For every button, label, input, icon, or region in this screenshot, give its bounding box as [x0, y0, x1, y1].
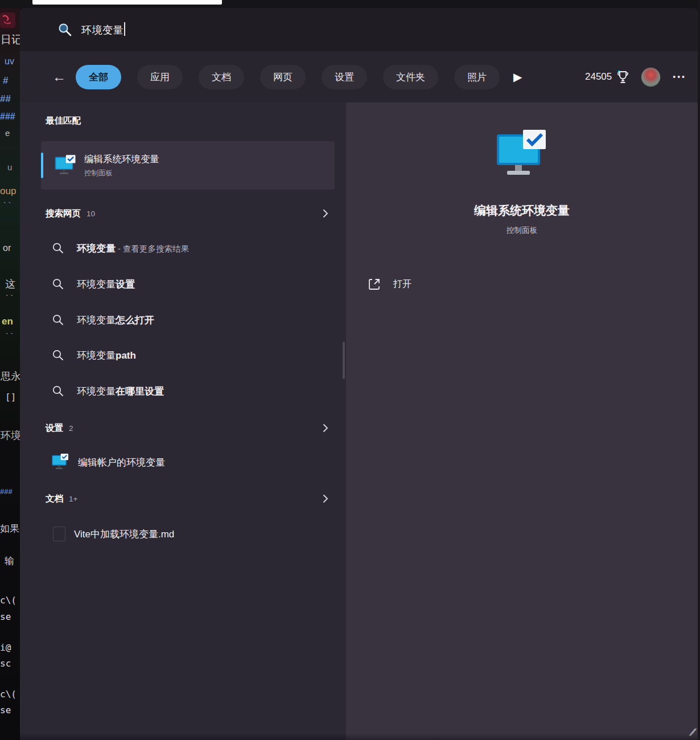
best-match-header: 最佳匹配	[46, 115, 81, 127]
suggestion-query: 环境变量	[77, 350, 116, 361]
document-result-row[interactable]: Vite中加载环境变量.md	[20, 518, 346, 550]
bg-text-fragment: []	[5, 393, 16, 402]
result-title: 编辑帐户的环境变量	[78, 456, 165, 469]
bg-text-fragment: ` `	[6, 294, 13, 302]
chevron-right-icon[interactable]	[320, 494, 331, 504]
bg-text-fragment: oup	[0, 186, 16, 196]
bg-text-fragment: ###	[0, 488, 13, 495]
tab-web[interactable]: 网页	[260, 65, 306, 89]
scrollbar-thumb[interactable]	[343, 342, 345, 379]
background-window-edge	[32, 0, 222, 5]
section-title: 文档	[46, 493, 63, 505]
best-match-result[interactable]: 编辑系统环境变量 控制面板	[41, 141, 335, 190]
suggestion-query: 环境变量	[77, 315, 116, 326]
search-input[interactable]: 环境变量	[81, 22, 125, 37]
bg-text-fragment: en	[2, 316, 13, 326]
section-title: 最佳匹配	[46, 115, 81, 127]
best-match-text: 编辑系统环境变量 控制面板	[84, 153, 159, 178]
suggestion-text: 环境变量 - 查看更多搜索结果	[77, 242, 189, 255]
section-count: 1+	[69, 495, 77, 503]
bg-text-fragment: 如果	[0, 524, 19, 533]
bg-text-fragment: i@	[0, 643, 11, 652]
system-properties-icon	[51, 454, 69, 471]
system-properties-icon	[54, 155, 77, 176]
background-app-strip: 日记uv######euoup` `or这` `en` `思永[]环境###如果…	[0, 0, 20, 740]
text-caret	[124, 22, 125, 36]
results-panel: 最佳匹配 编辑系统环境变量 控制面板 搜索网页 10	[20, 102, 346, 740]
rewards-trophy-icon	[616, 70, 629, 84]
result-subtitle: 控制面板	[84, 168, 159, 178]
bg-text-fragment: ` `	[3, 202, 11, 209]
web-suggestion-row[interactable]: 环境变量在哪里设置	[20, 376, 346, 406]
tab-all[interactable]: 全部	[76, 65, 121, 89]
search-icon	[52, 349, 64, 361]
web-suggestion-row[interactable]: 环境变量path	[20, 340, 346, 370]
background-pen-glyph: ⁄⁄	[691, 726, 694, 739]
bg-text-fragment: ##	[0, 94, 11, 104]
tab-folders[interactable]: 文件夹	[383, 65, 438, 89]
bg-text-fragment: #	[3, 76, 8, 85]
right-screen-edge	[698, 0, 700, 740]
rewards-counter[interactable]: 24505	[585, 70, 629, 84]
tab-settings[interactable]: 设置	[322, 65, 367, 89]
suggestion-completion: 怎么打开	[116, 315, 154, 326]
tab-photos[interactable]: 照片	[454, 65, 500, 89]
tabs-overflow-button[interactable]: ▶	[513, 70, 522, 84]
bg-text-fragment: or	[3, 244, 11, 253]
suggestion-query: 环境变量	[77, 243, 116, 254]
bg-text-fragment: e	[5, 129, 10, 137]
result-title: 编辑系统环境变量	[84, 153, 159, 166]
suggestion-text: 环境变量path	[77, 349, 136, 362]
section-title: 搜索网页	[46, 208, 81, 220]
section-count: 10	[87, 209, 95, 218]
play-arrow-icon: ▶	[513, 71, 522, 83]
search-icon	[52, 242, 64, 254]
suggestion-text: 环境变量怎么打开	[77, 314, 154, 327]
suggestion-completion: 在哪里设置	[116, 386, 164, 397]
system-properties-icon-large	[495, 130, 549, 181]
web-search-header: 搜索网页 10	[46, 208, 95, 220]
bg-text-fragment: se	[0, 706, 11, 715]
bg-text-fragment: 环境	[1, 430, 20, 441]
tab-apps[interactable]: 应用	[137, 65, 183, 89]
more-options-button[interactable]: •••	[673, 72, 686, 81]
search-bar[interactable]: 环境变量	[20, 8, 698, 51]
bg-text-fragment: c\(	[0, 690, 17, 699]
open-external-icon	[368, 278, 381, 291]
search-icon	[52, 385, 64, 397]
search-filter-bar: ← 全部 应用 文档 网页 设置 文件夹 照片 ▶ 24505 •••	[20, 51, 698, 102]
search-icon	[57, 22, 72, 37]
back-button[interactable]: ←	[50, 67, 69, 87]
app-logo-badge	[0, 13, 15, 28]
user-avatar[interactable]	[641, 68, 660, 87]
section-count: 2	[69, 424, 73, 433]
web-suggestion-row[interactable]: 环境变量 - 查看更多搜索结果	[20, 233, 346, 263]
red-logo-icon	[1, 14, 14, 26]
preview-subtitle: 控制面板	[346, 225, 698, 236]
web-suggestion-row[interactable]: 环境变量设置	[20, 269, 346, 299]
documents-section-header: 文档 1+	[46, 493, 77, 505]
bg-text-fragment: c\(	[0, 596, 17, 605]
tab-documents[interactable]: 文档	[199, 65, 244, 89]
web-suggestion-row[interactable]: 环境变量怎么打开	[20, 305, 346, 335]
back-arrow-icon: ←	[52, 69, 66, 85]
open-action[interactable]: 打开	[368, 278, 411, 291]
rewards-points: 24505	[585, 71, 612, 83]
bg-text-fragment: uv	[5, 57, 14, 66]
preview-title: 编辑系统环境变量	[346, 203, 698, 219]
section-title: 设置	[46, 422, 63, 434]
chevron-right-icon[interactable]	[320, 208, 331, 219]
settings-result-row[interactable]: 编辑帐户的环境变量	[20, 446, 346, 478]
settings-section-header: 设置 2	[46, 422, 73, 434]
suggestion-text: 环境变量设置	[77, 278, 135, 291]
bg-text-fragment: 日记	[1, 34, 20, 45]
bg-text-fragment: sc	[0, 659, 11, 668]
tabrow-right-cluster: 24505 •••	[585, 68, 686, 87]
document-icon	[53, 527, 65, 541]
chevron-right-icon[interactable]	[320, 423, 331, 433]
search-query-text: 环境变量	[81, 24, 123, 36]
filter-tabs: 全部 应用 文档 网页 设置 文件夹 照片	[76, 65, 500, 89]
open-label: 打开	[393, 278, 411, 290]
search-icon	[52, 314, 64, 326]
suggestion-query: 环境变量	[77, 386, 116, 397]
